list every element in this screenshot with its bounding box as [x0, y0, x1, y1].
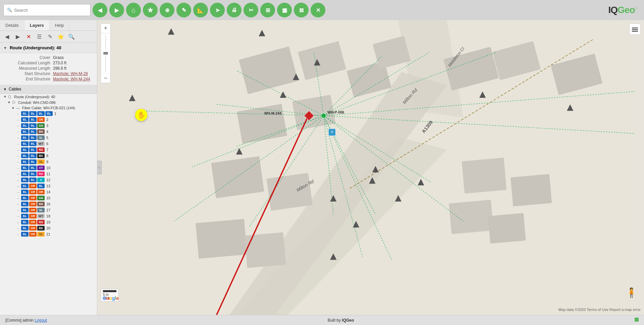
- tab-layers[interactable]: Layers: [24, 20, 50, 30]
- map-area[interactable]: ≡ Middleton Cl Milton Rd A1309 Milton Rd: [97, 20, 644, 315]
- measure-button[interactable]: 📐: [193, 3, 208, 17]
- layers-toggle-button[interactable]: [629, 23, 641, 35]
- link-button[interactable]: ⊕: [160, 3, 174, 17]
- panel-collapse-button[interactable]: ‹: [97, 161, 102, 174]
- status-built-by: Built by IQGeo: [328, 318, 354, 323]
- tab-bar: Details Layers Help: [0, 20, 97, 31]
- logout-button[interactable]: Logout: [35, 318, 47, 323]
- zoom-out-button[interactable]: −: [101, 73, 110, 83]
- zoom-in-button[interactable]: +: [101, 24, 110, 33]
- fiber-dash: –: [15, 118, 21, 122]
- prop-start-struct: Start Structure Manhole: WH-M-28: [7, 71, 94, 76]
- fiber-row-1[interactable]: –BLBLBLBL1: [0, 111, 97, 117]
- fiber-row-20[interactable]: –BLORBK20: [0, 225, 97, 231]
- panel-back-button[interactable]: ◀: [3, 32, 11, 41]
- tree-fiber-cable[interactable]: ▼ — Fiber Cable: WH-FCB-021 (144): [0, 105, 97, 111]
- app-logo: IQGeo○: [608, 5, 638, 15]
- prop-meas-length: Measured Length 286.6 ft: [7, 66, 94, 71]
- home-button[interactable]: ⌂: [126, 3, 141, 17]
- fiber-row-21[interactable]: –BLORYL21: [0, 231, 97, 237]
- panel-list-button[interactable]: ☰: [35, 32, 44, 41]
- panel-edit-button[interactable]: ✎: [46, 32, 54, 41]
- forward-button[interactable]: ▶: [109, 3, 124, 17]
- fiber-color-badge: OR: [29, 184, 37, 188]
- fiber-row-8[interactable]: –BLBLBK8: [0, 153, 97, 159]
- fiber-color-badge: OR: [29, 196, 37, 200]
- tools-button[interactable]: ✕: [311, 3, 325, 17]
- fiber-color-badge: BL: [21, 214, 29, 218]
- back-button[interactable]: ◀: [93, 3, 107, 17]
- fiber-row-12[interactable]: –BLBLA12: [0, 177, 97, 183]
- fiber-row-13[interactable]: –BLORBL13: [0, 183, 97, 189]
- split-button[interactable]: ⊠: [294, 3, 309, 17]
- google-logo: Google: [103, 296, 119, 301]
- navigate-button[interactable]: ➤: [210, 3, 225, 17]
- cables-section-header[interactable]: ▼ Cables: [0, 85, 97, 94]
- fiber-row-15[interactable]: –BLORGN15: [0, 195, 97, 201]
- prop-cover: Cover Grass: [7, 55, 94, 60]
- svg-rect-69: [632, 29, 638, 30]
- fiber-row-11[interactable]: –BLBLRO11: [0, 171, 97, 177]
- fiber-row-2[interactable]: –BLBLOR2: [0, 117, 97, 123]
- fiber-dash: –: [15, 136, 21, 140]
- cut-button[interactable]: ✂: [244, 3, 258, 17]
- fiber-row-5[interactable]: –BLBLSL5: [0, 135, 97, 141]
- fiber-color-badge: BL: [45, 111, 53, 116]
- fiber-color-badge: BL: [21, 135, 29, 140]
- grid-button[interactable]: ▦: [277, 3, 292, 17]
- toolbar: 🔍 ◀ ▶ ⌂ ★ ⊕ ✎ 📐 ➤ 🖨 ✂ ⊞ ▦ ⊠ ✕ IQGeo○: [0, 0, 644, 20]
- fiber-number: 19: [46, 220, 50, 224]
- prop-end-value[interactable]: Manhole: WH-M-244: [53, 77, 90, 81]
- fiber-row-3[interactable]: –BLBLGN3: [0, 123, 97, 129]
- fiber-row-17[interactable]: –BLORSL17: [0, 207, 97, 213]
- cables-label: Cables: [9, 87, 21, 91]
- fiber-dash: –: [15, 166, 21, 170]
- properties-section: Cover Grass Calculated Length 273.0 ft M…: [0, 53, 97, 85]
- prop-cover-value: Grass: [53, 55, 64, 60]
- fiber-row-7[interactable]: –BLBLRD7: [0, 147, 97, 153]
- svg-rect-70: [632, 31, 638, 32]
- fiber-dash: –: [15, 178, 21, 182]
- svg-rect-18: [511, 174, 552, 206]
- fiber-number: 17: [46, 208, 50, 212]
- panel-bookmark-button[interactable]: ⭐: [56, 32, 65, 41]
- fiber-row-9[interactable]: –BLBLYL9: [0, 159, 97, 165]
- prop-start-value[interactable]: Manhole: WH-M-28: [53, 71, 88, 76]
- fiber-color-badge: OR: [29, 214, 37, 218]
- panel-forward-button[interactable]: ▶: [13, 32, 22, 41]
- fiber-color-badge: OR: [29, 232, 37, 237]
- fiber-color-badge: OR: [29, 208, 37, 212]
- fiber-color-badge: BL: [21, 202, 29, 206]
- fiber-color-badge: BL: [21, 226, 29, 231]
- iqgeo-brand: IQGeo: [342, 318, 354, 323]
- tree-conduit[interactable]: ▼ ⬡ Conduit: WH-CND-086: [0, 100, 97, 105]
- fiber-color-badge: BL: [29, 172, 37, 176]
- svg-rect-10: [211, 156, 264, 198]
- fiber-row-19[interactable]: –BLORRD19: [0, 219, 97, 225]
- fiber-row-10[interactable]: –BLBLVT10: [0, 165, 97, 171]
- edit-button[interactable]: ✎: [176, 3, 191, 17]
- tree-conduit-icon: ⬡: [12, 100, 18, 105]
- tree-route[interactable]: ▼ ◻ Route (Underground): 40: [0, 94, 97, 100]
- tab-details[interactable]: Details: [0, 20, 24, 30]
- fiber-row-6[interactable]: –BLBLWT6: [0, 141, 97, 147]
- fiber-color-badge: OR: [37, 190, 45, 194]
- search-input[interactable]: [14, 8, 87, 13]
- table-button[interactable]: ⊞: [260, 3, 275, 17]
- fiber-row-16[interactable]: –BLORBN16: [0, 201, 97, 207]
- bookmark-button[interactable]: ★: [143, 3, 158, 17]
- panel-search-button[interactable]: 🔍: [67, 32, 76, 41]
- map-attribution: Map data ©2020 Terms of Use Report a map…: [558, 308, 641, 312]
- tree-fiber-icon: —: [16, 106, 22, 110]
- left-panel: Details Layers Help ◀ ▶ ✕ ☰ ✎ ⭐ 🔍 ▼ Rout…: [0, 20, 97, 315]
- fiber-row-4[interactable]: –BLBLBN4: [0, 129, 97, 135]
- fiber-dash: –: [15, 124, 21, 128]
- panel-close-button[interactable]: ✕: [24, 32, 33, 41]
- tab-help[interactable]: Help: [50, 20, 70, 30]
- route-header[interactable]: ▼ Route (Underground): 40: [0, 43, 97, 53]
- fiber-row-18[interactable]: –BLORWT18: [0, 213, 97, 219]
- fiber-number: 21: [46, 232, 50, 236]
- fiber-row-14[interactable]: –BLOROR14: [0, 189, 97, 195]
- print-button[interactable]: 🖨: [227, 3, 241, 17]
- street-view-icon[interactable]: 🧍: [626, 287, 637, 298]
